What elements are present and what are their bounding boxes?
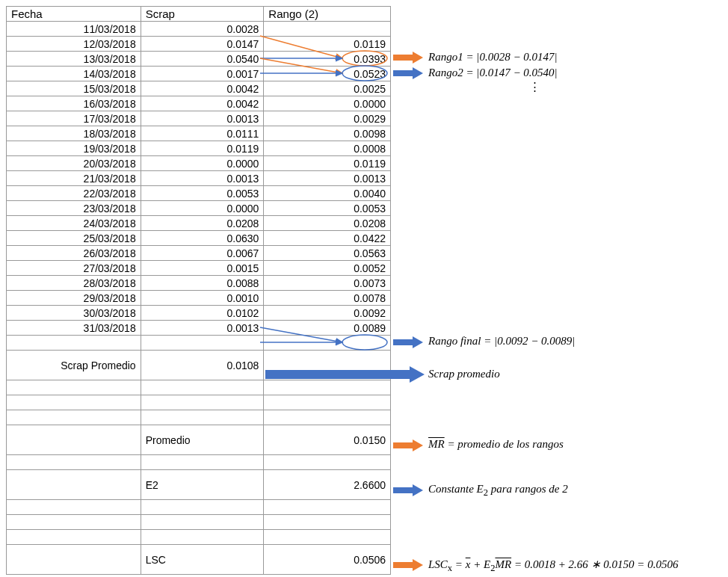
annot-rango-final: Rango final = |0.0092 − 0.0089| <box>428 335 575 348</box>
annot-lsc-eq-a: = <box>452 558 466 570</box>
table-row: 18/03/20180.01110.0098 <box>7 126 391 141</box>
annot-rango1: Rango1 = |0.0028 − 0.0147| <box>428 51 558 64</box>
table-row: 14/03/20180.00170.0523 <box>7 67 391 81</box>
cell-scrap: 0.0042 <box>141 81 264 96</box>
table-row: 25/03/20180.06300.0422 <box>7 231 391 246</box>
cell-rango: 0.0563 <box>264 246 391 261</box>
cell-rango: 0.0119 <box>264 156 391 171</box>
annot-mr-var: MR <box>428 438 445 450</box>
arrow-lsc <box>393 559 423 571</box>
cell-scrap: 0.0088 <box>141 276 264 291</box>
cell-fecha: 12/03/2018 <box>7 37 141 52</box>
data-table: Fecha Scrap Rango (2) 11/03/20180.002812… <box>6 6 391 575</box>
blank-row <box>7 395 391 410</box>
lsc-label: LSC <box>141 545 264 575</box>
cell-rango: 0.0000 <box>264 96 391 111</box>
header-fecha: Fecha <box>7 7 141 22</box>
cell-rango: 0.0089 <box>264 321 391 336</box>
cell-scrap: 0.0067 <box>141 246 264 261</box>
cell-scrap: 0.0147 <box>141 37 264 52</box>
table-row: 24/03/20180.02080.0208 <box>7 216 391 231</box>
table-row: 28/03/20180.00880.0073 <box>7 276 391 291</box>
annot-lsc-plus: + E <box>470 558 490 570</box>
cell-fecha: 21/03/2018 <box>7 171 141 186</box>
cell-rango: 0.0119 <box>264 37 391 52</box>
cell-fecha: 16/03/2018 <box>7 96 141 111</box>
blank-row <box>7 410 391 425</box>
table-row: 23/03/20180.00000.0053 <box>7 201 391 216</box>
cell-fecha: 13/03/2018 <box>7 52 141 67</box>
cell-scrap: 0.0208 <box>141 216 264 231</box>
cell-scrap: 0.0119 <box>141 141 264 156</box>
cell-rango: 0.0393 <box>264 52 391 67</box>
table-row: 31/03/20180.00130.0089 <box>7 321 391 336</box>
cell-fecha: 29/03/2018 <box>7 291 141 306</box>
cell-fecha: 26/03/2018 <box>7 246 141 261</box>
annot-e2-a: Constante E <box>428 483 484 495</box>
blank-row <box>7 455 391 470</box>
blank-row <box>7 530 391 545</box>
e2-value: 2.6600 <box>264 470 391 500</box>
cell-rango: 0.0073 <box>264 276 391 291</box>
annot-lsc-var: LSC <box>428 558 448 570</box>
header-scrap: Scrap <box>141 7 264 22</box>
cell-fecha: 18/03/2018 <box>7 126 141 141</box>
annot-lsc-mr: MR <box>495 558 511 570</box>
arrow-rango-final <box>393 336 423 348</box>
blank-row <box>7 336 391 351</box>
blank-row <box>7 500 391 515</box>
cell-fecha: 23/03/2018 <box>7 201 141 216</box>
table-row: 26/03/20180.00670.0563 <box>7 246 391 261</box>
cell-fecha: 15/03/2018 <box>7 81 141 96</box>
lsc-row: LSC 0.0506 <box>7 545 391 575</box>
table-row: 29/03/20180.00100.0078 <box>7 291 391 306</box>
cell-fecha: 19/03/2018 <box>7 141 141 156</box>
annot-mr: MR = promedio de los rangos <box>428 438 564 451</box>
blank-row <box>7 380 391 395</box>
cell-scrap: 0.0015 <box>141 261 264 276</box>
cell-rango: 0.0078 <box>264 291 391 306</box>
cell-rango: 0.0208 <box>264 216 391 231</box>
cell-rango: 0.0052 <box>264 261 391 276</box>
annot-lsc: LSCx = x + E2MR = 0.0018 + 2.66 ∗ 0.0150… <box>428 558 679 574</box>
cell-scrap: 0.0010 <box>141 291 264 306</box>
cell-rango: 0.0092 <box>264 306 391 321</box>
table-row: 21/03/20180.00130.0013 <box>7 171 391 186</box>
table-row: 16/03/20180.00420.0000 <box>7 96 391 111</box>
e2-label: E2 <box>141 470 264 500</box>
cell-rango <box>264 22 391 37</box>
cell-rango: 0.0040 <box>264 186 391 201</box>
annot-lsc-rest: = 0.0018 + 2.66 ∗ 0.0150 = 0.0506 <box>511 558 678 570</box>
cell-fecha: 11/03/2018 <box>7 22 141 37</box>
annot-scrap-prom: Scrap promedio <box>428 368 500 380</box>
cell-scrap: 0.0042 <box>141 96 264 111</box>
cell-scrap: 0.0111 <box>141 126 264 141</box>
promedio-label: Promedio <box>141 425 264 455</box>
arrow-mr <box>393 439 423 451</box>
cell-rango: 0.0053 <box>264 201 391 216</box>
table-row: 17/03/20180.00130.0029 <box>7 111 391 126</box>
annot-mr-rest: = promedio de los rangos <box>445 438 564 450</box>
promedio-value: 0.0150 <box>264 425 391 455</box>
table-row: 27/03/20180.00150.0052 <box>7 261 391 276</box>
cell-scrap: 0.0102 <box>141 306 264 321</box>
cell-fecha: 30/03/2018 <box>7 306 141 321</box>
cell-fecha: 14/03/2018 <box>7 67 141 81</box>
e2-row: E2 2.6600 <box>7 470 391 500</box>
cell-fecha: 28/03/2018 <box>7 276 141 291</box>
cell-fecha: 27/03/2018 <box>7 261 141 276</box>
cell-rango: 0.0422 <box>264 231 391 246</box>
table-row: 12/03/20180.01470.0119 <box>7 37 391 52</box>
cell-scrap: 0.0630 <box>141 231 264 246</box>
cell-fecha: 31/03/2018 <box>7 321 141 336</box>
annot-vdots: ⋮ <box>529 80 540 93</box>
cell-fecha: 17/03/2018 <box>7 111 141 126</box>
scrap-promedio-label: Scrap Promedio <box>7 351 141 380</box>
cell-scrap: 0.0053 <box>141 186 264 201</box>
cell-scrap: 0.0013 <box>141 321 264 336</box>
promedio-row: Promedio 0.0150 <box>7 425 391 455</box>
cell-scrap: 0.0013 <box>141 111 264 126</box>
table-row: 13/03/20180.05400.0393 <box>7 52 391 67</box>
table-row: 15/03/20180.00420.0025 <box>7 81 391 96</box>
cell-scrap: 0.0028 <box>141 22 264 37</box>
